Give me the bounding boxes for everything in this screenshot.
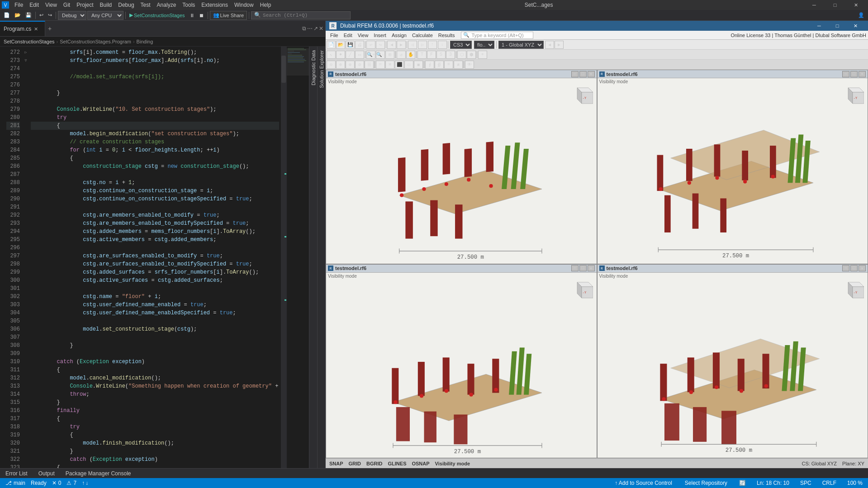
rfem-menu-assign[interactable]: Assign — [389, 32, 409, 39]
menu-file[interactable]: File — [12, 1, 26, 9]
rfem-view-2-min-btn[interactable]: ─ — [842, 71, 849, 77]
crlf-indicator[interactable]: CRLF — [821, 480, 838, 486]
rfem-view-2-max-btn[interactable]: □ — [850, 71, 858, 77]
menu-build[interactable]: Build — [97, 1, 115, 9]
rfem-line-btn[interactable]: ╱ — [346, 51, 355, 59]
menu-tools[interactable]: Tools — [180, 1, 198, 9]
rfem-zoom-out-btn[interactable]: 🔍- — [376, 51, 385, 59]
rfem-t3-btn2[interactable]: ⊕ — [336, 61, 345, 69]
rfem-visibility-btn[interactable]: 👁 — [465, 61, 474, 69]
live-share-btn[interactable]: 👥 Live Share — [210, 11, 247, 20]
rfem-view-1-close-btn[interactable]: ✕ — [588, 71, 595, 77]
rfem-view-4-max-btn[interactable]: □ — [850, 265, 858, 271]
close-panel-btn[interactable]: ✕ — [319, 25, 323, 32]
rfem-t3-btn3[interactable]: ⊗ — [346, 61, 355, 69]
sync-icon-btn[interactable]: 🔄 — [737, 480, 748, 486]
rfem-zoom-in-btn[interactable]: 🔍+ — [366, 51, 375, 59]
rfem-visibility-mode[interactable]: Visibility mode — [435, 461, 470, 466]
rfem-open-btn[interactable]: 📂 — [336, 41, 345, 49]
menu-help[interactable]: Help — [257, 1, 274, 9]
breadcrumb-class[interactable]: SetConstructionStages — [4, 39, 55, 44]
rfem-view-1-min-btn[interactable]: ─ — [571, 71, 579, 77]
rfem-back-btn[interactable]: ◁ — [408, 41, 417, 49]
rfem-cs3-dropdown[interactable]: CS3 — [450, 41, 472, 49]
rfem-menu-edit[interactable]: Edit — [341, 32, 355, 39]
rfem-nav-btn2[interactable]: ▶ — [397, 41, 406, 49]
rfem-menu-file[interactable]: File — [327, 32, 341, 39]
solution-explorer-label[interactable]: Solution Explorer — [318, 48, 325, 90]
warning-count[interactable]: ⚠ 7 — [65, 480, 78, 486]
rfem-view-front[interactable]: F — [427, 51, 436, 59]
rfem-menu-view[interactable]: View — [355, 32, 371, 39]
rfem-flo-dropdown[interactable]: flo... — [474, 41, 494, 49]
rfem-view-3-max-btn[interactable]: □ — [579, 265, 587, 271]
rfem-view-3-min-btn[interactable]: ─ — [571, 265, 579, 271]
stop-btn[interactable]: ⏹ — [197, 11, 206, 20]
save-btn[interactable]: 💾 — [24, 11, 33, 20]
rfem-t3-btn10[interactable]: ◼ — [414, 61, 423, 69]
rfem-osnap[interactable]: OSNAP — [412, 461, 429, 466]
rfem-t3-btn8[interactable]: ⬛ — [395, 61, 404, 69]
rfem-grid[interactable]: GRID — [349, 461, 361, 466]
rfem-view-1-content[interactable]: -Y — [326, 84, 597, 264]
rfem-undo-btn[interactable]: ↩ — [366, 41, 375, 49]
rfem-coord-dropdown[interactable]: 1 - Global XYZ — [498, 41, 544, 49]
breadcrumb-method[interactable]: SetConstructionStages.Program — [60, 39, 131, 44]
rfem-t3-btn9[interactable]: ◻ — [404, 61, 413, 69]
rfem-view-1-max-btn[interactable]: □ — [579, 71, 587, 77]
rfem-t3-btn6[interactable]: ⌗ — [376, 61, 385, 69]
maximize-button[interactable]: □ — [825, 0, 845, 10]
rfem-menu-results[interactable]: Results — [436, 32, 458, 39]
file-tab-close[interactable]: ✕ — [34, 26, 38, 32]
file-tab-active[interactable]: Program.cs ✕ — [0, 21, 45, 36]
rfem-view-3-close-btn[interactable]: ✕ — [588, 265, 595, 271]
rfem-glines[interactable]: GLINES — [388, 461, 407, 466]
rfem-view-3-content[interactable]: -Y — [326, 278, 597, 458]
output-tab-btn[interactable]: Output — [37, 469, 57, 478]
rfem-close-btn[interactable]: ✕ — [846, 21, 864, 31]
menu-test[interactable]: Test — [138, 1, 153, 9]
rfem-t3-btn12[interactable]: ∯ — [435, 61, 444, 69]
menu-view[interactable]: View — [43, 1, 60, 9]
right-scrollbar[interactable] — [281, 47, 286, 468]
add-tab-btn[interactable]: + — [45, 21, 54, 36]
package-manager-tab[interactable]: Package Manager Console — [64, 469, 133, 478]
position-indicator[interactable]: Ln: 18 Ch: 10 — [755, 480, 791, 486]
rfem-view-top[interactable]: T — [417, 51, 427, 59]
rfem-surface-btn[interactable]: ▭ — [355, 51, 364, 59]
menu-extensions[interactable]: Extensions — [199, 1, 231, 9]
code-editor[interactable]: srfs[i].comment = floor_max.ToString(); … — [29, 47, 281, 468]
rfem-zoom-all-btn[interactable]: ⊞ — [385, 51, 394, 59]
rfem-solid-btn[interactable]: ⬢ — [467, 51, 476, 59]
rfem-view-2-close-btn[interactable]: ✕ — [859, 71, 866, 77]
error-list-tab[interactable]: Error List — [4, 469, 29, 478]
rfem-view-3d[interactable]: 3 — [446, 51, 455, 59]
menu-analyze[interactable]: Analyze — [154, 1, 179, 9]
close-button[interactable]: ✕ — [845, 0, 866, 10]
open-btn[interactable]: 📂 — [13, 11, 23, 20]
rfem-snap[interactable]: SNAP — [329, 461, 343, 466]
search-box[interactable]: 🔍 Search (Ctrl+Q) — [251, 11, 351, 19]
rfem-rotate-btn[interactable]: ↺ — [397, 51, 406, 59]
rfem-view-4-content[interactable]: -Y — [598, 278, 868, 458]
rfem-coord-btn1[interactable]: ◀ — [545, 41, 554, 49]
rfem-section-btn[interactable]: ⌖ — [478, 51, 487, 59]
debug-config-dropdown[interactable]: Debug — [58, 11, 86, 20]
rfem-bgrid[interactable]: BGRID — [366, 461, 382, 466]
rfem-redo-btn[interactable]: ↪ — [376, 41, 385, 49]
redo-btn[interactable]: ↪ — [46, 11, 54, 20]
run-button[interactable]: ▶ SetConstructionStages — [128, 11, 187, 20]
rfem-t3-btn7[interactable]: ⌘ — [385, 61, 394, 69]
rfem-t3-btn14[interactable]: ≢ — [454, 61, 463, 69]
rfem-select-btn[interactable]: ↖ — [327, 51, 336, 59]
rfem-nav4[interactable]: ↓ — [438, 41, 447, 49]
rfem-t3-btn4[interactable]: ⊘ — [355, 61, 364, 69]
split-editor-btn[interactable]: ⧉ — [302, 25, 306, 32]
cpu-config-dropdown[interactable]: Any CPU — [87, 11, 123, 20]
user-btn[interactable]: 👤 — [856, 11, 866, 20]
pause-btn[interactable]: ⏸ — [188, 11, 196, 20]
undo-btn[interactable]: ↩ — [38, 11, 45, 20]
rfem-menu-insert[interactable]: Insert — [371, 32, 389, 39]
minimize-button[interactable]: ─ — [804, 0, 825, 10]
rfem-menu-calculate[interactable]: Calculate — [409, 32, 436, 39]
